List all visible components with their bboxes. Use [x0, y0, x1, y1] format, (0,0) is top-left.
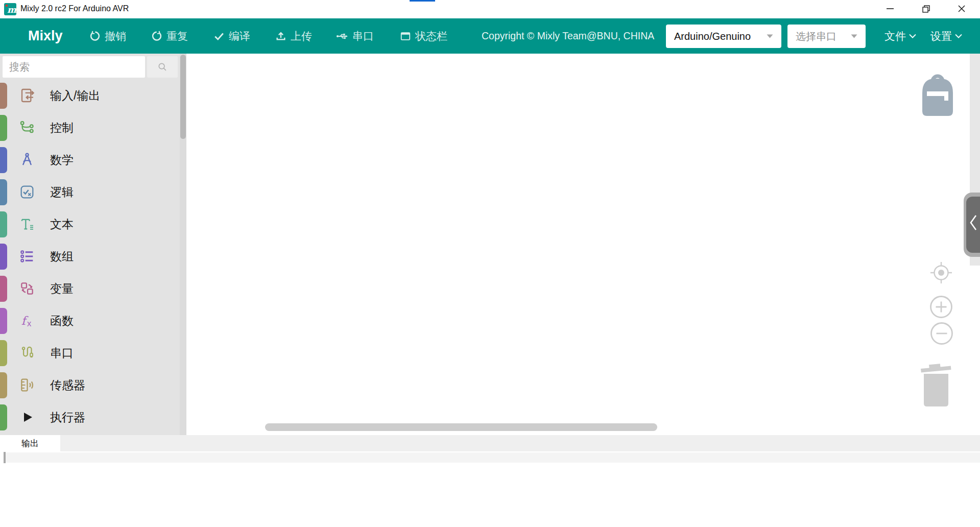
swap-icon — [19, 280, 35, 297]
sidebar-item-sensor[interactable]: 传感器 — [0, 369, 179, 401]
undo-label: 撤销 — [105, 29, 126, 43]
category-label: 数学 — [50, 144, 74, 176]
statusbar-label: 状态栏 — [415, 29, 447, 43]
workspace-horizontal-scrollbar[interactable] — [265, 423, 657, 431]
undo-icon — [89, 31, 101, 42]
mixly-logo-icon: m — [4, 3, 16, 15]
main-toolbar: Mixly 撤销 重复 编译 — [0, 18, 980, 54]
chevron-down-icon — [909, 34, 916, 38]
restore-icon — [922, 5, 930, 13]
category-color-bar — [0, 115, 7, 141]
category-label: 控制 — [50, 112, 74, 144]
board-select-value: Arduino/Genuino — [674, 31, 751, 42]
upload-button[interactable]: 上传 — [275, 18, 312, 54]
text-icon — [19, 216, 35, 232]
board-select[interactable]: Arduino/Genuino — [666, 25, 781, 48]
usb-icon — [336, 30, 348, 42]
statusbar-button[interactable]: 状态栏 — [400, 18, 447, 54]
compile-button[interactable]: 编译 — [213, 18, 250, 54]
file-menu[interactable]: 文件 — [885, 18, 916, 54]
copyright-text: Copyright © Mixly Team@BNU, CHINA — [482, 18, 654, 54]
sensor-icon — [19, 377, 35, 393]
category-label: 传感器 — [50, 369, 85, 401]
sidebar-item-math[interactable]: 数学 — [0, 144, 179, 176]
cable-icon — [19, 345, 35, 361]
sidebar-item-io[interactable]: 输入/输出 — [0, 80, 179, 112]
title-bar: m Mixly 2.0 rc2 For Arduino AVR — [0, 0, 980, 18]
close-icon — [958, 5, 965, 12]
workspace-canvas[interactable] — [186, 54, 980, 435]
brand-mixly[interactable]: Mixly — [28, 18, 63, 54]
category-label: 文本 — [50, 208, 74, 241]
sidebar-item-text[interactable]: 文本 — [0, 208, 179, 241]
category-color-bar — [0, 308, 7, 334]
plus-icon — [929, 295, 953, 319]
minimize-icon — [887, 8, 894, 9]
redo-icon — [151, 31, 162, 42]
code-panel-toggle[interactable] — [964, 193, 980, 257]
category-color-bar — [0, 276, 7, 302]
text-caret — [4, 452, 6, 463]
window-title: Mixly 2.0 rc2 For Arduino AVR — [20, 4, 129, 13]
category-color-bar — [0, 83, 7, 109]
settings-menu[interactable]: 设置 — [930, 18, 962, 54]
mixly-app-window: m Mixly 2.0 rc2 For Arduino AVR Mixly — [0, 0, 980, 527]
sidebar-scrollbar-thumb[interactable] — [180, 55, 186, 139]
chevron-down-icon — [767, 34, 773, 38]
magnifier-icon — [157, 61, 168, 73]
category-label: 数组 — [50, 241, 74, 273]
zoom-reset-button[interactable] — [929, 261, 953, 286]
redo-label: 重复 — [166, 29, 188, 43]
sidebar-item-serial[interactable]: 串口 — [0, 337, 179, 369]
sidebar-scrollbar-track — [180, 54, 186, 435]
svg-text:m: m — [7, 5, 16, 15]
list-icon — [19, 248, 35, 265]
output-console[interactable] — [0, 451, 980, 527]
category-label: 串口 — [50, 337, 74, 369]
port-select-value: 选择串口 — [796, 30, 836, 43]
compass-icon — [19, 152, 35, 168]
target-icon — [929, 261, 953, 284]
category-color-bar — [0, 147, 7, 173]
svg-text:x: x — [27, 319, 32, 328]
chevron-down-icon — [955, 34, 962, 38]
window-icon — [400, 31, 411, 42]
serial-button[interactable]: 串口 — [336, 18, 374, 54]
sidebar-item-actuator[interactable]: 执行器 — [0, 401, 179, 434]
zoom-out-button[interactable] — [930, 322, 953, 347]
category-label: 执行器 — [50, 401, 85, 434]
category-color-bar — [0, 404, 7, 430]
play-icon — [19, 409, 35, 425]
sidebar-item-control[interactable]: 控制 — [0, 112, 179, 144]
search-input[interactable] — [3, 56, 145, 78]
redo-button[interactable]: 重复 — [151, 18, 188, 54]
close-button[interactable] — [947, 0, 976, 17]
logic-icon — [19, 184, 35, 200]
bottom-tab-bar: 输出 — [0, 435, 980, 451]
backpack-icon[interactable] — [921, 69, 954, 116]
undo-button[interactable]: 撤销 — [89, 18, 126, 54]
sidebar-item-function[interactable]: f x 函数 — [0, 305, 179, 337]
file-menu-label: 文件 — [885, 29, 906, 43]
settings-menu-label: 设置 — [930, 29, 952, 43]
minimize-button[interactable] — [876, 0, 904, 17]
chevron-down-icon — [851, 34, 857, 38]
serial-label: 串口 — [352, 29, 374, 43]
zoom-in-button[interactable] — [929, 295, 953, 321]
fx-icon: f x — [19, 313, 35, 329]
branch-icon — [19, 119, 35, 136]
port-select[interactable]: 选择串口 — [787, 25, 866, 48]
trash-icon[interactable] — [920, 361, 952, 408]
tab-output[interactable]: 输出 — [0, 435, 60, 451]
sidebar-item-array[interactable]: 数组 — [0, 241, 179, 273]
category-color-bar — [0, 211, 7, 237]
accent-line — [410, 0, 435, 2]
output-current-line — [5, 452, 980, 463]
category-label: 逻辑 — [50, 176, 74, 208]
sidebar-item-variable[interactable]: 变量 — [0, 273, 179, 305]
search-button[interactable] — [147, 56, 178, 78]
restore-button[interactable] — [912, 0, 940, 17]
sidebar-item-logic[interactable]: 逻辑 — [0, 176, 179, 208]
block-category-sidebar: 输入/输出 控制 — [0, 54, 186, 435]
io-icon — [19, 87, 35, 104]
